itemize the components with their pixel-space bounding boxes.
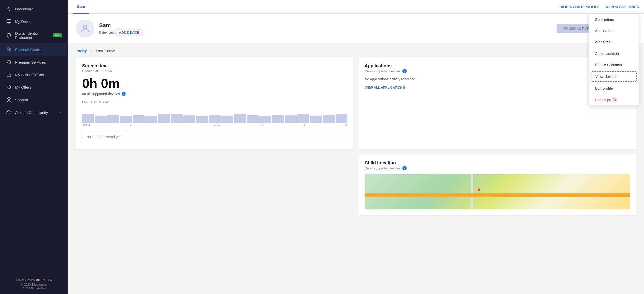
- chart-bar: [297, 114, 309, 123]
- sidebar-item-my-subscriptions[interactable]: My Subscriptions: [0, 68, 68, 81]
- calendar-icon: [6, 72, 12, 77]
- svg-point-10: [8, 99, 10, 101]
- dropdown-item-screentime[interactable]: Screentime: [589, 14, 639, 25]
- svg-rect-5: [7, 73, 11, 77]
- chart-bar: [336, 114, 347, 123]
- chart-axis-label: NOW: [213, 124, 220, 127]
- sidebar-item-support-label: Support: [15, 98, 62, 102]
- sidebar-item-parental-control[interactable]: Parental Control: [0, 43, 68, 56]
- cards-grid: Screen time Updated at 10:05 AM 0h 0m on…: [68, 57, 644, 223]
- chart-bar: [145, 116, 157, 123]
- chart-bar: [95, 116, 106, 123]
- sidebar-footer: Privacy Policy 🇺🇸 EN (US) © 2020 Bitdefe…: [0, 274, 68, 294]
- chart-bar: [158, 114, 170, 123]
- tab-actions: + ADD A CHILD PROFILE REPORT SETTINGS: [558, 5, 639, 9]
- screen-time-info-icon[interactable]: i: [122, 92, 126, 96]
- chart-axis: 12AM48NOW1248: [82, 124, 347, 127]
- chart-axis-label: 12: [260, 124, 263, 127]
- today-filter-button[interactable]: Today: [76, 48, 87, 53]
- sidebar-item-my-offers[interactable]: My Offers: [0, 81, 68, 93]
- add-device-button[interactable]: ADD DEVICE: [116, 30, 142, 35]
- dropdown-item-applications[interactable]: Applications: [589, 25, 639, 36]
- chart-bar: [82, 114, 94, 123]
- chart-bar: [247, 115, 259, 123]
- chart-bar: [171, 114, 183, 123]
- new-badge: New: [53, 33, 62, 37]
- settings-icon: [6, 97, 12, 103]
- sidebar-item-premium-services[interactable]: Premium Services: [0, 56, 68, 68]
- sidebar-nav: Dashboard My Devices Digital Identity Pr…: [0, 0, 68, 274]
- child-location-card: Child Location On all supported devices.…: [358, 154, 636, 215]
- main-area: Sam + ADD A CHILD PROFILE REPORT SETTING…: [68, 0, 644, 294]
- child-location-info-icon[interactable]: i: [403, 166, 407, 170]
- screen-time-value: 0h 0m: [82, 76, 347, 91]
- chart-axis-label: 8: [172, 124, 173, 127]
- sidebar-item-dashboard[interactable]: Dashboard: [0, 3, 68, 15]
- copyright-text: © 2020 Bitdefender: [6, 283, 62, 286]
- chart-section: HOURS OF THE DAY 12AM48NOW1248: [82, 100, 347, 127]
- dropdown-item-view-devices[interactable]: View devices: [591, 71, 637, 82]
- sidebar-item-support[interactable]: Support: [0, 93, 68, 106]
- tag-icon: [6, 84, 12, 90]
- chart-axis-label: 8: [345, 124, 347, 127]
- chart-bar: [209, 115, 221, 123]
- tab-bar: Sam + ADD A CHILD PROFILE REPORT SETTING…: [68, 0, 644, 14]
- chart-bar: [310, 116, 322, 123]
- shield-icon: [6, 33, 12, 38]
- chart-axis-label: 12AM: [83, 124, 90, 127]
- screen-time-devices-label: on all supported devices i: [82, 92, 347, 96]
- svg-point-3: [7, 48, 9, 50]
- svg-point-4: [9, 48, 11, 50]
- chart-bar: [133, 115, 145, 123]
- monitor-icon: [6, 19, 12, 24]
- community-icon: [6, 110, 12, 115]
- user-avatar-icon: [80, 23, 90, 34]
- applications-info-icon[interactable]: i: [403, 69, 407, 73]
- headset-icon: [6, 59, 12, 65]
- sidebar-item-dashboard-label: Dashboard: [15, 7, 62, 11]
- options-dropdown: ScreentimeApplicationsWebsitesChild Loca…: [589, 14, 639, 106]
- sidebar-item-digital-identity[interactable]: Digital Identity Protection New: [0, 28, 68, 43]
- chart-bar: [323, 115, 335, 123]
- chart-bar: [107, 115, 119, 123]
- privacy-policy-link[interactable]: Privacy Policy: [16, 278, 35, 282]
- dropdown-item-websites[interactable]: Websites: [589, 36, 639, 48]
- add-child-profile-button[interactable]: + ADD A CHILD PROFILE: [558, 5, 600, 9]
- chart-bar: [234, 114, 246, 123]
- sidebar-item-parental-control-label: Parental Control: [15, 47, 62, 52]
- map-road-vertical: [471, 174, 473, 209]
- map-placeholder: 📍: [365, 174, 630, 209]
- chart-bar: [272, 115, 284, 123]
- dropdown-item-phone-contacts[interactable]: Phone Contacts: [589, 59, 639, 70]
- sidebar-item-my-offers-label: My Offers: [15, 85, 62, 89]
- sidebar-item-my-subscriptions-label: My Subscriptions: [15, 73, 62, 77]
- profile-devices: 0 devices ADD DEVICE: [99, 30, 142, 35]
- chart-axis-label: 4: [304, 124, 305, 127]
- date-separator: |: [91, 48, 92, 53]
- chart-bar: [183, 115, 195, 123]
- chart-bar: [259, 116, 271, 123]
- tab-sam[interactable]: Sam: [73, 0, 89, 14]
- chart-label: HOURS OF THE DAY: [82, 100, 347, 103]
- screen-time-updated: Updated at 10:05 AM: [82, 69, 347, 73]
- view-all-applications-link[interactable]: VIEW ALL APPLICATIONS: [365, 86, 405, 89]
- profile-name: Sam: [99, 22, 142, 29]
- sidebar-item-my-devices[interactable]: My Devices: [0, 15, 68, 28]
- dropdown-item-child-location[interactable]: Child Location: [589, 48, 639, 59]
- map-road-horizontal: [365, 193, 630, 197]
- version-text: 3.20.958-cc6a18e: [6, 287, 62, 290]
- dropdown-item-delete-profile[interactable]: Delete profile: [589, 94, 639, 105]
- screen-time-card: Screen time Updated at 10:05 AM 0h 0m on…: [76, 57, 353, 149]
- sidebar-item-premium-services-label: Premium Services: [15, 60, 62, 64]
- chart-bar: [221, 116, 233, 123]
- sidebar-item-ask-community[interactable]: Ask the Community ↗: [0, 106, 68, 119]
- last7days-filter-button[interactable]: Last 7 days: [96, 48, 115, 53]
- dropdown-item-edit-profile[interactable]: Edit profile: [589, 83, 639, 94]
- profile-info: Sam 0 devices ADD DEVICE: [99, 22, 142, 35]
- sidebar-item-my-devices-label: My Devices: [15, 19, 62, 24]
- chart-icon: [6, 6, 12, 12]
- chart-bar: [196, 116, 208, 123]
- report-settings-button[interactable]: REPORT SETTINGS: [606, 5, 639, 9]
- date-filter: Today | Last 7 days: [68, 44, 644, 57]
- svg-point-11: [7, 98, 11, 102]
